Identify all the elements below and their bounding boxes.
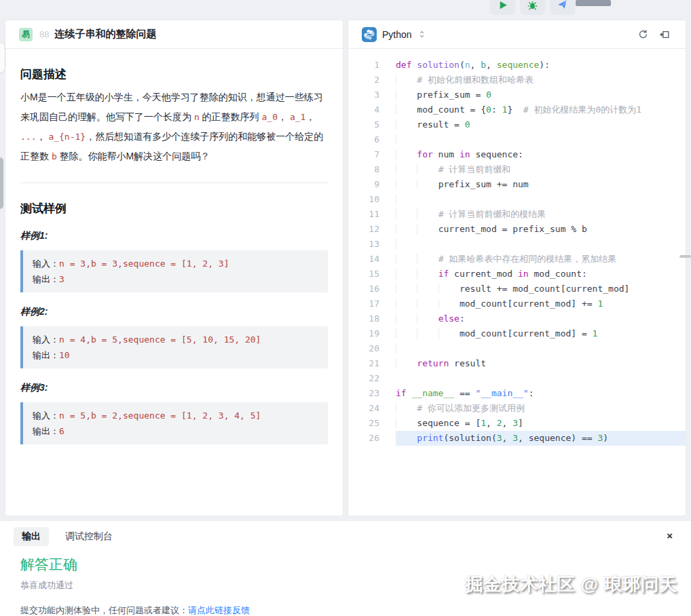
difficulty-badge: 易 bbox=[19, 28, 33, 41]
beta-notice-text: 提交功能内测体验中，任何问题或者建议： bbox=[20, 605, 188, 615]
inline-code: a_{n-1} bbox=[48, 132, 86, 142]
code-text: result = 0 bbox=[396, 117, 686, 132]
line-number: 8 bbox=[359, 162, 379, 177]
line-number: 12 bbox=[359, 222, 379, 237]
chevron-sort-icon bbox=[417, 30, 426, 39]
code-line[interactable]: 11 # 计算当前前缀和的模结果 bbox=[348, 207, 686, 222]
sample-block: 输入：n = 3,b = 3,sequence = [1, 2, 3]输出：3 bbox=[20, 250, 328, 292]
code-text: if current_mod in mod_count: bbox=[396, 267, 686, 282]
sidebar-collapse-button[interactable] bbox=[0, 42, 5, 73]
code-line[interactable]: 6 bbox=[348, 132, 686, 147]
code-text: for num in sequence: bbox=[396, 147, 686, 162]
code-text: # 初始化前缀和数组和哈希表 bbox=[396, 73, 686, 88]
language-selector[interactable]: Python bbox=[362, 27, 426, 42]
scrollbar-handle[interactable] bbox=[679, 255, 691, 258]
code-line[interactable]: 12 current_mod = prefix_sum % b bbox=[348, 222, 686, 237]
code-text: prefix_sum += num bbox=[396, 177, 686, 192]
submit-button[interactable] bbox=[550, 0, 575, 15]
code-line[interactable]: 7 for num in sequence: bbox=[348, 147, 686, 162]
code-line[interactable]: 26 print(solution(3, 3, sequence) == 3) bbox=[348, 431, 686, 446]
editor-header: Python bbox=[348, 20, 686, 49]
code-line[interactable]: 4 mod_count = {0: 1} # 初始化模结果为0的计数为1 bbox=[348, 102, 686, 117]
code-line[interactable]: 5 result = 0 bbox=[348, 117, 686, 132]
code-line[interactable]: 19 mod_count[current_mod] = 1 bbox=[348, 326, 686, 341]
reset-code-icon[interactable] bbox=[635, 27, 650, 42]
tab-output[interactable]: 输出 bbox=[14, 527, 49, 546]
debug-button[interactable] bbox=[520, 0, 545, 15]
result-status: 解答正确 bbox=[20, 555, 691, 574]
problem-panel: 易 88 连续子串和的整除问题 问题描述 小M是一个五年级的小学生，今天他学习了… bbox=[5, 20, 343, 516]
beta-notice: 提交功能内测体验中，任何问题或者建议：请点此链接反馈 bbox=[20, 604, 691, 616]
close-icon[interactable]: × bbox=[667, 531, 673, 541]
code-text bbox=[396, 237, 686, 252]
sample-row: 输出：10 bbox=[33, 347, 318, 363]
code-line[interactable]: 8 # 计算当前前缀和 bbox=[348, 162, 686, 177]
code-line[interactable]: 16 result += mod_count[current_mod] bbox=[348, 282, 686, 296]
code-line[interactable]: 24 # 你可以添加更多测试用例 bbox=[348, 401, 686, 416]
line-number: 13 bbox=[359, 237, 379, 252]
problem-id: 88 bbox=[39, 29, 49, 39]
code-line[interactable]: 2 # 初始化前缀和数组和哈希表 bbox=[348, 73, 686, 88]
code-line[interactable]: 9 prefix_sum += num bbox=[348, 177, 686, 192]
code-line[interactable]: 22 bbox=[348, 371, 686, 386]
submit-plane-icon bbox=[556, 0, 569, 14]
code-text: mod_count = {0: 1} # 初始化模结果为0的计数为1 bbox=[396, 102, 686, 117]
code-line[interactable]: 23if __name__ == "__main__": bbox=[348, 386, 686, 401]
left-drag-handle[interactable] bbox=[0, 157, 3, 209]
code-line[interactable]: 15 if current_mod in mod_count: bbox=[348, 267, 686, 282]
sample-label: 样例1: bbox=[20, 230, 328, 242]
code-text: else: bbox=[396, 311, 686, 326]
samples-container: 样例1:输入：n = 3,b = 3,sequence = [1, 2, 3]输… bbox=[20, 230, 328, 444]
line-number: 2 bbox=[359, 73, 379, 88]
code-text: # 计算当前前缀和 bbox=[396, 162, 686, 177]
line-number: 24 bbox=[359, 401, 379, 416]
code-line[interactable]: 17 mod_count[current_mod] += 1 bbox=[348, 296, 686, 311]
feedback-link[interactable]: 请点此链接反馈 bbox=[188, 605, 250, 615]
python-logo-icon bbox=[362, 27, 377, 42]
code-line[interactable]: 10 bbox=[348, 192, 686, 207]
line-number: 14 bbox=[359, 252, 379, 267]
code-line[interactable]: 25 sequence = [1, 2, 3] bbox=[348, 416, 686, 431]
code-text bbox=[396, 371, 686, 386]
code-text: return result bbox=[396, 356, 686, 371]
code-line[interactable]: 1def solution(n, b, sequence): bbox=[348, 58, 686, 73]
line-number: 10 bbox=[359, 192, 379, 207]
samples-heading: 测试样例 bbox=[20, 201, 328, 216]
editor-panel: Python 1def solution(n, b, sequence):2 #… bbox=[348, 20, 686, 516]
code-line[interactable]: 21 return result bbox=[348, 356, 686, 371]
code-text bbox=[396, 132, 686, 147]
line-number: 18 bbox=[359, 311, 379, 326]
problem-header: 易 88 连续子串和的整除问题 bbox=[5, 20, 343, 49]
code-editor[interactable]: 1def solution(n, b, sequence):2 # 初始化前缀和… bbox=[348, 49, 686, 446]
inline-code: b bbox=[52, 151, 57, 161]
section-divider bbox=[20, 182, 328, 183]
code-text bbox=[396, 341, 686, 356]
description-heading: 问题描述 bbox=[20, 66, 328, 82]
code-text: result += mod_count[current_mod] bbox=[396, 282, 686, 296]
code-line[interactable]: 20 bbox=[348, 341, 686, 356]
code-line[interactable]: 18 else: bbox=[348, 311, 686, 326]
line-number: 17 bbox=[359, 296, 379, 311]
line-number: 7 bbox=[359, 147, 379, 162]
language-label: Python bbox=[382, 29, 412, 40]
run-button[interactable] bbox=[490, 0, 515, 15]
console-tabs: 输出 调试控制台 bbox=[0, 521, 691, 546]
move-panel-icon[interactable] bbox=[657, 27, 672, 42]
code-line[interactable]: 13 bbox=[348, 237, 686, 252]
code-text bbox=[396, 192, 686, 207]
problem-title: 连续子串和的整除问题 bbox=[54, 28, 156, 41]
sample-row: 输出：6 bbox=[33, 423, 318, 439]
tab-debug-console[interactable]: 调试控制台 bbox=[57, 527, 121, 546]
line-number: 19 bbox=[359, 326, 379, 341]
code-text: def solution(n, b, sequence): bbox=[396, 58, 686, 73]
code-line[interactable]: 3 prefix_sum = 0 bbox=[348, 88, 686, 102]
line-number: 4 bbox=[359, 102, 379, 117]
output-console: 输出 调试控制台 × 解答正确 恭喜成功通过 提交功能内测体验中，任何问题或者建… bbox=[0, 521, 691, 616]
line-number: 23 bbox=[359, 386, 379, 401]
code-line[interactable]: 14 # 如果哈希表中存在相同的模结果，累加结果 bbox=[348, 252, 686, 267]
line-number: 20 bbox=[359, 341, 379, 356]
sample-row: 输出：3 bbox=[33, 271, 318, 287]
line-number: 26 bbox=[359, 431, 379, 446]
sample-block: 输入：n = 5,b = 2,sequence = [1, 2, 3, 4, 5… bbox=[20, 402, 328, 444]
line-number: 15 bbox=[359, 267, 379, 282]
